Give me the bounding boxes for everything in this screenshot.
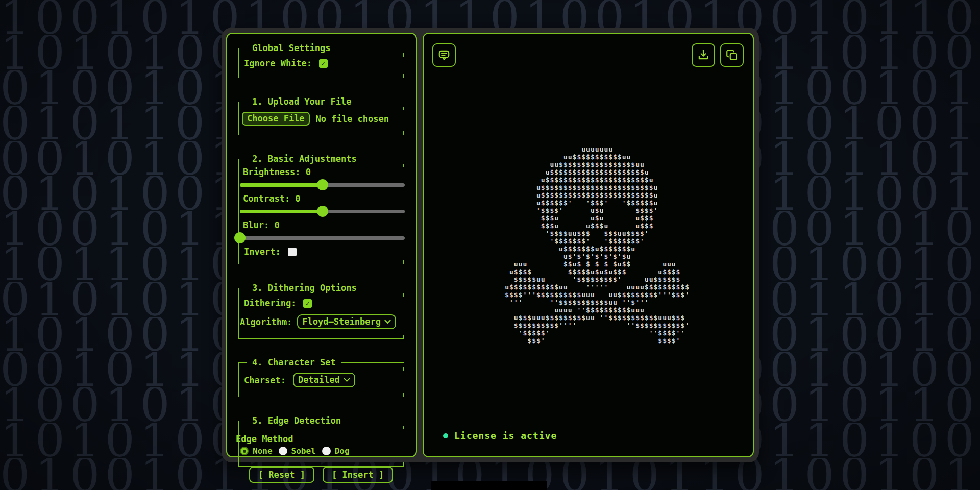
ascii-art-area: uuuuuuu uu$$$$$$$$$$$uu uu$$$$$$$$$$$$$$… bbox=[424, 34, 753, 456]
contrast-slider[interactable] bbox=[240, 206, 405, 217]
global-settings-fieldset: Global Settings Ignore White: bbox=[238, 43, 404, 78]
invert-label: Invert: bbox=[244, 247, 281, 257]
insert-button[interactable]: [ Insert ] bbox=[323, 467, 393, 483]
edge-method-option-none[interactable]: None bbox=[240, 446, 273, 456]
license-status: License is active bbox=[443, 430, 557, 441]
edge-detection-legend: 5. Edge Detection bbox=[247, 415, 346, 426]
charset-label: Charset: bbox=[244, 375, 286, 385]
charset-select-value: Detailed bbox=[298, 375, 340, 385]
contrast-label: Contrast: 0 bbox=[243, 193, 401, 204]
radio-sobel-label: Sobel bbox=[291, 446, 316, 456]
ignore-white-label: Ignore White: bbox=[244, 58, 312, 68]
upload-legend: 1. Upload Your File bbox=[247, 96, 356, 107]
basic-adjustments-legend: 2. Basic Adjustments bbox=[247, 154, 362, 164]
basic-adjustments-fieldset: 2. Basic Adjustments Brightness: 0 Contr… bbox=[238, 154, 404, 264]
slider-thumb[interactable] bbox=[234, 232, 246, 243]
ignore-white-checkbox[interactable] bbox=[319, 59, 328, 68]
charset-legend: 4. Character Set bbox=[247, 357, 341, 368]
brightness-label: Brightness: 0 bbox=[243, 167, 401, 177]
charset-select[interactable]: Detailed bbox=[293, 373, 355, 387]
algorithm-select[interactable]: Floyd–Steinberg bbox=[297, 314, 396, 329]
actions-row: [ Reset ] [ Insert ] bbox=[238, 467, 404, 484]
choose-file-button[interactable]: Choose File bbox=[242, 112, 310, 126]
dithering-label: Dithering: bbox=[244, 298, 296, 308]
app-window: Global Settings Ignore White: 1. Upload … bbox=[222, 28, 759, 462]
file-status-text: No file chosen bbox=[316, 114, 389, 124]
bottom-black-bar bbox=[431, 481, 547, 490]
radio-none-label: None bbox=[253, 446, 273, 456]
blur-slider[interactable] bbox=[240, 232, 405, 243]
radio-sobel[interactable] bbox=[279, 447, 287, 455]
radio-dog-label: Dog bbox=[335, 446, 350, 456]
invert-checkbox[interactable] bbox=[288, 248, 297, 256]
ascii-skull-art: uuuuuuu uu$$$$$$$$$$$uu uu$$$$$$$$$$$$$$… bbox=[487, 145, 690, 345]
edge-method-radio-group: None Sobel Dog bbox=[240, 446, 401, 456]
preview-panel: uuuuuuu uu$$$$$$$$$$$uu uu$$$$$$$$$$$$$$… bbox=[423, 33, 754, 457]
charset-fieldset: 4. Character Set Charset: Detailed bbox=[238, 357, 404, 397]
algorithm-label: Algorithm: bbox=[240, 317, 292, 327]
slider-fill bbox=[240, 183, 323, 187]
dithering-legend: 3. Dithering Options bbox=[247, 283, 362, 293]
global-settings-legend: Global Settings bbox=[247, 43, 336, 53]
slider-thumb[interactable] bbox=[317, 179, 328, 190]
chevron-down-icon bbox=[384, 317, 391, 324]
edge-method-label: Edge Method bbox=[236, 434, 401, 444]
radio-none[interactable] bbox=[240, 447, 249, 455]
slider-fill bbox=[240, 210, 323, 213]
license-text: License is active bbox=[454, 430, 557, 441]
edge-detection-fieldset: 5. Edge Detection Edge Method None Sobel… bbox=[238, 415, 404, 467]
dithering-fieldset: 3. Dithering Options Dithering: Algorith… bbox=[238, 283, 404, 339]
status-dot-icon bbox=[443, 433, 448, 438]
edge-method-option-dog[interactable]: Dog bbox=[322, 446, 350, 456]
radio-dog[interactable] bbox=[322, 447, 331, 455]
slider-thumb[interactable] bbox=[317, 206, 328, 217]
dithering-checkbox[interactable] bbox=[303, 299, 312, 308]
slider-track bbox=[240, 236, 405, 240]
settings-panel: Global Settings Ignore White: 1. Upload … bbox=[226, 33, 417, 457]
screen: 1001010100101101001010010110100101101010… bbox=[0, 0, 980, 490]
blur-label: Blur: 0 bbox=[243, 220, 401, 230]
edge-method-option-sobel[interactable]: Sobel bbox=[279, 446, 316, 456]
upload-fieldset: 1. Upload Your File Choose File No file … bbox=[238, 96, 404, 135]
brightness-slider[interactable] bbox=[240, 179, 405, 190]
chevron-down-icon bbox=[344, 375, 350, 382]
reset-button[interactable]: [ Reset ] bbox=[249, 467, 314, 483]
algorithm-select-value: Floyd–Steinberg bbox=[302, 316, 381, 327]
